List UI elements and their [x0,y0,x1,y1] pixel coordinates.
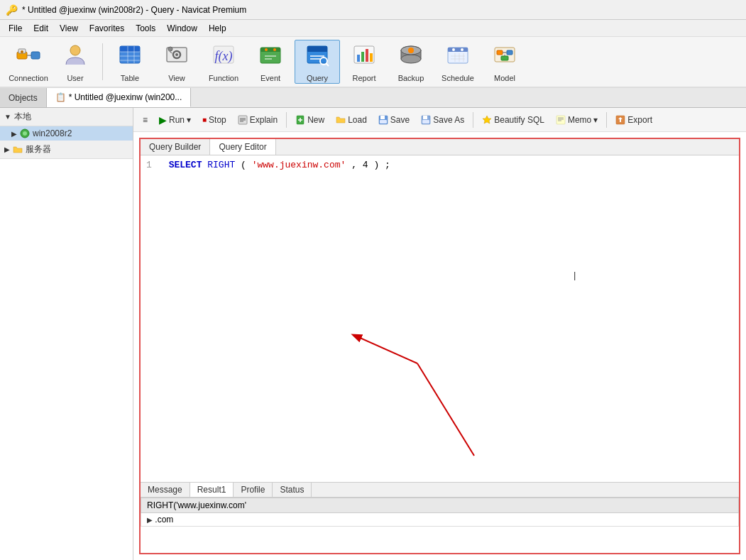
beautify-button[interactable]: Beautify SQL [477,112,549,128]
tab-file[interactable]: 📋 * Untitled @juexinw (win200... [47,88,192,107]
hamburger-icon: ≡ [143,115,148,125]
explain-label: Explain [250,115,278,125]
toolbar-backup[interactable]: Backup [388,40,434,84]
menu-tools[interactable]: Tools [130,22,161,35]
run-dropdown-icon: ▾ [187,115,191,125]
result-column-header: RIGHT('www.juexinw.com' [141,498,739,513]
query-toolbar: ≡ ▶ Run ▾ ■ Stop Explain [133,108,746,132]
run-label: Run [169,115,185,125]
save-button[interactable]: Save [373,112,415,128]
sidebar-item-win2008r2[interactable]: ▶ win2008r2 [0,126,133,141]
tab-query-editor[interactable]: Query Editor [210,139,275,155]
svg-rect-27 [307,46,327,52]
tab-status[interactable]: Status [273,483,312,497]
memo-button[interactable]: Memo ▾ [551,112,603,128]
query-sub-tabs: Query Builder Query Editor [141,139,739,155]
result-table: RIGHT('www.juexinw.com' ▶ .com [141,498,739,527]
tab-result1[interactable]: Result1 [190,483,234,497]
code-editor[interactable]: 1 SELECT RIGHT ( 'www.juexinw.com' , 4 )… [141,155,739,482]
tab-objects[interactable]: Objects [0,88,47,107]
main-layout: ▼ 本地 ▶ win2008r2 ▶ 服务器 [0,108,746,560]
toolbar-view[interactable]: View [154,40,199,84]
svg-point-15 [175,53,178,56]
sidebar-win2008r2-label: win2008r2 [33,128,72,138]
model-icon [492,42,517,71]
semicolon: ; [385,160,390,170]
sidebar-group-server-header[interactable]: ▶ 服务器 [0,141,133,159]
memo-label: Memo [568,115,591,125]
toolbar-query[interactable]: Query [295,40,340,84]
run-button[interactable]: ▶ Run ▾ [154,111,196,128]
toolbar-user[interactable]: User [53,40,98,84]
sidebar-group-local-header[interactable]: ▼ 本地 [0,108,133,126]
result-area: Message Result1 Profile Status [141,482,739,553]
explain-button[interactable]: Explain [233,112,283,128]
arrow-icon: ▼ [4,113,11,121]
row-arrow-icon: ▶ [147,516,153,524]
toolbar-table[interactable]: Table [107,40,153,84]
menu-window[interactable]: Window [161,22,203,35]
sidebar-group-server[interactable]: ▶ 服务器 [0,141,133,159]
view-icon [164,42,190,71]
load-icon [336,115,346,125]
export-button[interactable]: Export [610,112,657,128]
toolbar-backup-label: Backup [398,74,424,82]
save-as-button[interactable]: Save As [416,112,469,128]
sidebar-local-label: 本地 [14,111,31,123]
stop-icon: ■ [202,116,207,123]
toolbar-schedule-label: Schedule [441,74,474,82]
toolbar-event[interactable]: Event [248,40,293,84]
menu-view[interactable]: View [54,22,84,35]
stop-button[interactable]: ■ Stop [197,112,231,128]
function-name: RIGHT [207,160,235,170]
tab-query-builder[interactable]: Query Builder [141,139,210,155]
save-label: Save [390,115,410,125]
menu-favorites[interactable]: Favorites [84,22,130,35]
menu-help[interactable]: Help [203,22,232,35]
toolbar-function[interactable]: f(x) Function [201,40,246,84]
title-text: * Untitled @juexinw (win2008r2) - Query … [22,5,246,15]
menu-edit[interactable]: Edit [28,22,54,35]
arrow-collapse-icon: ▶ [4,146,10,153]
toolbar-report-label: Report [352,74,375,82]
schedule-icon [445,42,471,71]
toolbar-model[interactable]: Model [482,40,527,84]
sidebar: ▼ 本地 ▶ win2008r2 ▶ 服务器 [0,108,133,560]
tab-profile[interactable]: Profile [234,483,273,497]
sidebar-group-local[interactable]: ▼ 本地 [0,108,133,126]
toolbar-schedule[interactable]: Schedule [435,40,481,84]
title-bar: 🔑 * Untitled @juexinw (win2008r2) - Quer… [0,0,746,20]
row-value: .com [155,515,173,525]
export-icon [615,115,625,125]
svg-rect-33 [357,55,360,62]
svg-rect-68 [380,120,387,123]
svg-point-23 [273,48,276,51]
svg-rect-7 [120,46,140,52]
qtb-sep-2 [473,112,473,128]
comma: , [351,160,357,170]
svg-rect-67 [380,116,385,119]
table-row: ▶ .com [141,513,739,527]
menu-file[interactable]: File [3,22,28,35]
event-icon [258,42,283,71]
toolbar-query-label: Query [307,74,328,82]
svg-point-16 [168,47,172,51]
result1-tab-label: Result1 [197,485,226,495]
beautify-icon [482,115,492,125]
toolbar-report[interactable]: Report [341,40,387,84]
save-icon [378,115,388,125]
new-button[interactable]: New [290,112,329,128]
svg-rect-70 [423,116,427,119]
svg-point-41 [408,48,414,53]
hamburger-menu[interactable]: ≡ [138,112,153,128]
load-button[interactable]: Load [331,112,372,128]
tab-message[interactable]: Message [141,483,190,497]
backup-icon [398,42,424,71]
toolbar-connection[interactable]: Connection [6,40,51,84]
svg-rect-4 [31,52,40,59]
svg-rect-53 [507,50,512,55]
connection-icon [16,42,41,71]
tab-file-icon: 📋 [55,92,66,102]
svg-line-31 [326,63,329,66]
toolbar-event-label: Event [260,74,280,82]
